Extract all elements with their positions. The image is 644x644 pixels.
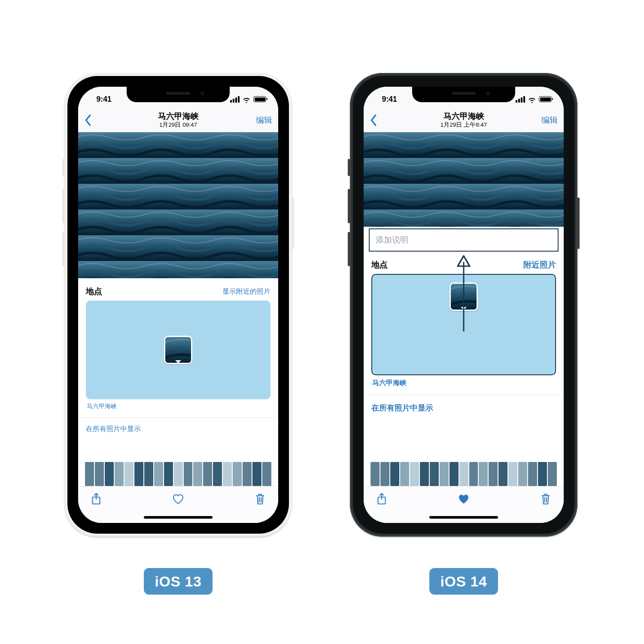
nav-title: 马六甲海峡	[78, 112, 278, 121]
content-ios14: 添加说明 地点 附近照片 马六甲海峡 在所有照片	[364, 132, 564, 523]
share-icon[interactable]	[90, 492, 102, 505]
thumbnail-strip[interactable]	[364, 462, 564, 486]
screen-ios14: 9:41 马六甲海峡 1月29日 上午9:47 编辑	[364, 87, 564, 523]
battery-icon	[253, 96, 266, 102]
svg-rect-2	[78, 132, 278, 278]
map-caption: 马六甲海峡	[372, 379, 555, 388]
home-indicator	[429, 516, 498, 519]
volume-up-button[interactable]	[348, 189, 350, 223]
map-pin[interactable]	[164, 336, 192, 364]
notch	[127, 87, 230, 102]
share-icon[interactable]	[376, 492, 388, 505]
status-time: 9:41	[376, 95, 403, 104]
screen-ios13: 9:41 马六甲海峡 1月29日 09:47	[78, 87, 278, 523]
edit-button[interactable]: 编辑	[541, 115, 558, 126]
caption-input[interactable]: 添加说明	[369, 228, 559, 252]
cellular-icon	[516, 96, 525, 103]
annotation-arrow-icon	[454, 255, 473, 332]
place-label: 地点	[86, 286, 102, 297]
photo-preview[interactable]	[364, 132, 564, 227]
volume-up-button[interactable]	[62, 189, 64, 223]
phone-ios14: 9:41 马六甲海峡 1月29日 上午9:47 编辑	[350, 73, 577, 537]
version-label-ios13: iOS 13	[144, 568, 213, 595]
wifi-icon	[528, 96, 536, 103]
mute-switch[interactable]	[62, 159, 64, 176]
back-button[interactable]	[370, 114, 377, 126]
trash-icon[interactable]	[540, 492, 552, 505]
battery-icon	[539, 96, 552, 102]
show-in-all-link[interactable]: 在所有照片中显示	[364, 395, 564, 416]
place-section: 地点 显示附近的照片 马六甲海峡	[78, 278, 278, 410]
nav-subtitle: 1月29日 09:47	[78, 122, 278, 128]
bottom-toolbar	[78, 486, 278, 523]
content-ios13: 地点 显示附近的照片 马六甲海峡 在所有照片中显示	[78, 132, 278, 523]
edit-button[interactable]: 编辑	[256, 115, 272, 126]
cellular-icon	[230, 96, 240, 103]
heart-icon[interactable]	[458, 492, 470, 505]
photo-preview[interactable]	[78, 132, 278, 278]
nav-bar: 马六甲海峡 1月29日 上午9:47 编辑	[364, 108, 564, 132]
phone-ios13: 9:41 马六甲海峡 1月29日 09:47	[64, 73, 292, 537]
svg-rect-3	[165, 337, 191, 363]
volume-down-button[interactable]	[62, 232, 64, 266]
mute-switch[interactable]	[348, 159, 350, 176]
map-caption: 马六甲海峡	[87, 403, 270, 410]
back-button[interactable]	[84, 114, 92, 126]
place-label: 地点	[371, 259, 388, 270]
side-button[interactable]	[292, 197, 294, 249]
svg-rect-5	[364, 132, 564, 227]
status-time: 9:41	[90, 95, 118, 104]
bottom-toolbar	[364, 486, 564, 523]
caption-placeholder: 添加说明	[376, 234, 408, 246]
nav-title: 马六甲海峡	[364, 112, 564, 121]
nearby-photos-link[interactable]: 显示附近的照片	[222, 287, 270, 296]
heart-icon[interactable]	[172, 492, 184, 505]
volume-down-button[interactable]	[348, 232, 350, 266]
trash-icon[interactable]	[254, 492, 266, 505]
home-indicator	[144, 516, 213, 519]
wifi-icon	[242, 96, 251, 103]
show-in-all-link[interactable]: 在所有照片中显示	[78, 418, 278, 437]
location-map[interactable]	[86, 301, 270, 399]
nav-subtitle: 1月29日 上午9:47	[364, 122, 564, 128]
notch	[412, 87, 515, 102]
nav-bar: 马六甲海峡 1月29日 09:47 编辑	[78, 108, 278, 132]
thumbnail-strip[interactable]	[78, 462, 278, 486]
nearby-photos-link[interactable]: 附近照片	[523, 259, 556, 270]
side-button[interactable]	[577, 197, 580, 249]
version-label-ios14: iOS 14	[429, 568, 498, 595]
